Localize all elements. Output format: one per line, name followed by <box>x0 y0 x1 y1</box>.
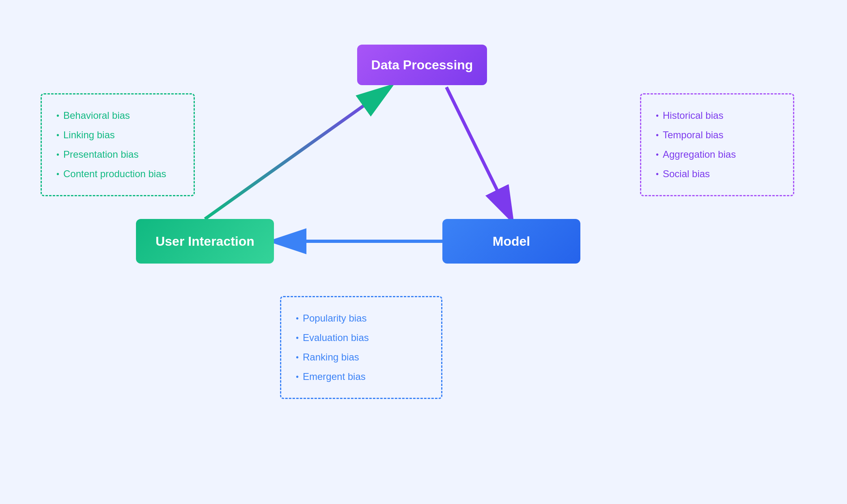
bias-item-label: Aggregation bias <box>663 145 736 164</box>
purple-bias-box: • Historical bias • Temporal bias • Aggr… <box>640 93 794 196</box>
bullet-icon: • <box>656 107 659 124</box>
bias-item-label: Popularity bias <box>303 309 366 328</box>
list-item: • Emergent bias <box>296 367 427 386</box>
data-processing-label: Data Processing <box>371 58 473 73</box>
list-item: • Evaluation bias <box>296 328 427 347</box>
green-bias-box: • Behavioral bias • Linking bias • Prese… <box>41 93 195 196</box>
bullet-icon: • <box>656 127 659 143</box>
bullet-icon: • <box>296 349 299 365</box>
bias-item-label: Emergent bias <box>303 367 366 386</box>
data-processing-node: Data Processing <box>357 45 487 85</box>
svg-line-3 <box>205 87 390 219</box>
bias-item-label: Ranking bias <box>303 347 359 367</box>
bias-item-label: Social bias <box>663 164 710 184</box>
list-item: • Linking bias <box>56 125 179 145</box>
bias-item-label: Historical bias <box>663 106 723 125</box>
list-item: • Social bias <box>656 164 778 184</box>
bullet-icon: • <box>296 310 299 326</box>
bias-item-label: Presentation bias <box>63 145 138 164</box>
user-interaction-node: User Interaction <box>136 219 274 264</box>
list-item: • Ranking bias <box>296 347 427 367</box>
model-label: Model <box>493 234 530 249</box>
list-item: • Popularity bias <box>296 309 427 328</box>
list-item: • Presentation bias <box>56 145 179 164</box>
bias-item-label: Temporal bias <box>663 125 723 145</box>
bias-item-label: Linking bias <box>63 125 115 145</box>
blue-bias-box: • Popularity bias • Evaluation bias • Ra… <box>280 296 442 399</box>
svg-line-4 <box>446 87 511 219</box>
bullet-icon: • <box>56 146 59 163</box>
list-item: • Content production bias <box>56 164 179 184</box>
bullet-icon: • <box>656 146 659 163</box>
list-item: • Aggregation bias <box>656 145 778 164</box>
bullet-icon: • <box>56 107 59 124</box>
diagram-container: Data Processing User Interaction Model •… <box>0 0 847 504</box>
bullet-icon: • <box>56 166 59 182</box>
bullet-icon: • <box>56 127 59 143</box>
bias-item-label: Evaluation bias <box>303 328 369 347</box>
bias-item-label: Behavioral bias <box>63 106 130 125</box>
list-item: • Behavioral bias <box>56 106 179 125</box>
list-item: • Temporal bias <box>656 125 778 145</box>
list-item: • Historical bias <box>656 106 778 125</box>
bullet-icon: • <box>296 369 299 385</box>
bullet-icon: • <box>296 330 299 346</box>
model-node: Model <box>442 219 580 264</box>
bias-item-label: Content production bias <box>63 164 166 184</box>
user-interaction-label: User Interaction <box>155 234 254 249</box>
bullet-icon: • <box>656 166 659 182</box>
